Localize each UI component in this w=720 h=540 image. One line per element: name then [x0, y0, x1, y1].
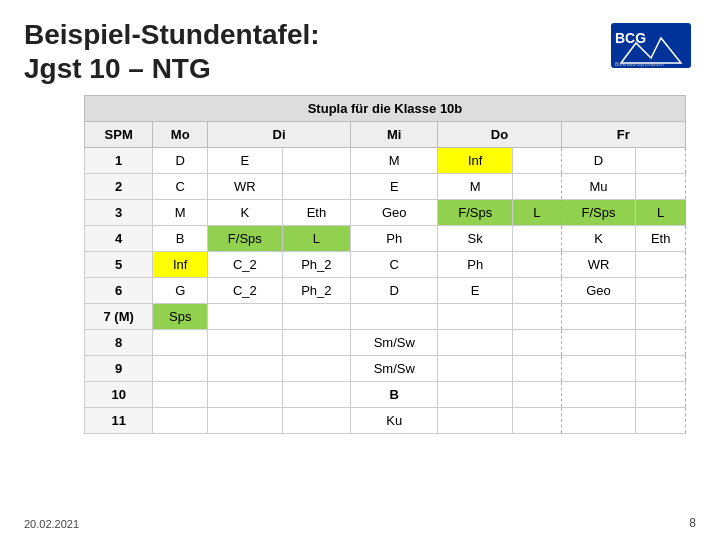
cell-do1-11	[438, 408, 513, 434]
cell-do2-2	[513, 174, 562, 200]
table-row: 5 Inf C_2 Ph_2 C Ph WR	[85, 252, 686, 278]
cell-fr1-2: Mu	[561, 174, 636, 200]
col-spm: SPM	[85, 122, 153, 148]
cell-di2-9	[282, 356, 350, 382]
cell-fr1-5: WR	[561, 252, 636, 278]
cell-mo-6: G	[153, 278, 208, 304]
table-row: 3 M K Eth Geo F/Sps L F/Sps L	[85, 200, 686, 226]
cell-do1-2: M	[438, 174, 513, 200]
cell-fr1-7	[561, 304, 636, 330]
cell-di2-8	[282, 330, 350, 356]
table-row: 6 G C_2 Ph_2 D E Geo	[85, 278, 686, 304]
cell-do2-9	[513, 356, 562, 382]
cell-mi-10: B	[351, 382, 438, 408]
cell-mo-3: M	[153, 200, 208, 226]
cell-spm-9: 9	[85, 356, 153, 382]
table-row: 9 Sm/Sw	[85, 356, 686, 382]
cell-do1-7	[438, 304, 513, 330]
cell-mi-4: Ph	[351, 226, 438, 252]
cell-di1-7	[207, 304, 282, 330]
logo: BCG Burkhard-Gymnasium	[606, 18, 696, 73]
cell-fr1-9	[561, 356, 636, 382]
cell-fr2-5	[636, 252, 686, 278]
table-row: 10 B	[85, 382, 686, 408]
col-di: Di	[207, 122, 350, 148]
cell-spm-7: 7 (M)	[85, 304, 153, 330]
table-row: 2 C WR E M Mu	[85, 174, 686, 200]
cell-di2-3: Eth	[282, 200, 350, 226]
page-title: Beispiel-Stundentafel: Jgst 10 – NTG	[24, 18, 320, 85]
cell-do2-3: L	[513, 200, 562, 226]
cell-spm-3: 3	[85, 200, 153, 226]
cell-do1-4: Sk	[438, 226, 513, 252]
cell-spm-10: 10	[85, 382, 153, 408]
cell-do1-10	[438, 382, 513, 408]
cell-mo-2: C	[153, 174, 208, 200]
cell-do2-10	[513, 382, 562, 408]
cell-mo-10	[153, 382, 208, 408]
cell-mi-2: E	[351, 174, 438, 200]
footer-date: 20.02.2021	[24, 518, 79, 530]
cell-di2-10	[282, 382, 350, 408]
cell-do1-6: E	[438, 278, 513, 304]
table-main-header-row: Stupla für die Klasse 10b	[85, 96, 686, 122]
page-number: 8	[689, 516, 696, 530]
cell-fr2-2	[636, 174, 686, 200]
title-line1: Beispiel-Stundentafel:	[24, 19, 320, 50]
cell-spm-2: 2	[85, 174, 153, 200]
logo-svg: BCG Burkhard-Gymnasium	[611, 23, 691, 68]
cell-do2-6	[513, 278, 562, 304]
cell-spm-6: 6	[85, 278, 153, 304]
schedule-table: Stupla für die Klasse 10b SPM Mo Di Mi D…	[84, 95, 686, 434]
cell-spm-11: 11	[85, 408, 153, 434]
cell-mi-11: Ku	[351, 408, 438, 434]
cell-mi-1: M	[351, 148, 438, 174]
col-do: Do	[438, 122, 561, 148]
cell-fr1-8	[561, 330, 636, 356]
cell-di1-1: E	[207, 148, 282, 174]
cell-do2-4	[513, 226, 562, 252]
cell-fr2-4: Eth	[636, 226, 686, 252]
cell-mi-5: C	[351, 252, 438, 278]
cell-fr2-9	[636, 356, 686, 382]
cell-fr2-7	[636, 304, 686, 330]
cell-do1-3: F/Sps	[438, 200, 513, 226]
cell-di2-6: Ph_2	[282, 278, 350, 304]
cell-spm-1: 1	[85, 148, 153, 174]
cell-fr2-1	[636, 148, 686, 174]
cell-do1-1: Inf	[438, 148, 513, 174]
cell-di2-11	[282, 408, 350, 434]
cell-di2-1	[282, 148, 350, 174]
cell-fr2-11	[636, 408, 686, 434]
table-main-header: Stupla für die Klasse 10b	[85, 96, 686, 122]
cell-do2-8	[513, 330, 562, 356]
cell-mo-8	[153, 330, 208, 356]
cell-fr1-1: D	[561, 148, 636, 174]
cell-mi-3: Geo	[351, 200, 438, 226]
cell-do2-5	[513, 252, 562, 278]
cell-mi-8: Sm/Sw	[351, 330, 438, 356]
table-row: 11 Ku	[85, 408, 686, 434]
cell-mo-11	[153, 408, 208, 434]
cell-spm-8: 8	[85, 330, 153, 356]
table-row: 7 (M) Sps	[85, 304, 686, 330]
cell-fr1-3: F/Sps	[561, 200, 636, 226]
cell-di1-5: C_2	[207, 252, 282, 278]
cell-fr1-6: Geo	[561, 278, 636, 304]
title-line2: Jgst 10 – NTG	[24, 52, 320, 86]
table-wrapper: Stupla für die Klasse 10b SPM Mo Di Mi D…	[84, 95, 686, 434]
cell-di1-2: WR	[207, 174, 282, 200]
svg-text:Burkhard-Gymnasium: Burkhard-Gymnasium	[615, 61, 664, 67]
cell-di1-10	[207, 382, 282, 408]
cell-mo-1: D	[153, 148, 208, 174]
cell-di2-4: L	[282, 226, 350, 252]
table-col-header-row: SPM Mo Di Mi Do Fr	[85, 122, 686, 148]
cell-fr1-11	[561, 408, 636, 434]
col-mo: Mo	[153, 122, 208, 148]
table-row: 8 Sm/Sw	[85, 330, 686, 356]
cell-fr2-10	[636, 382, 686, 408]
cell-fr1-4: K	[561, 226, 636, 252]
cell-do2-11	[513, 408, 562, 434]
svg-text:BCG: BCG	[615, 30, 646, 46]
cell-di2-7	[282, 304, 350, 330]
